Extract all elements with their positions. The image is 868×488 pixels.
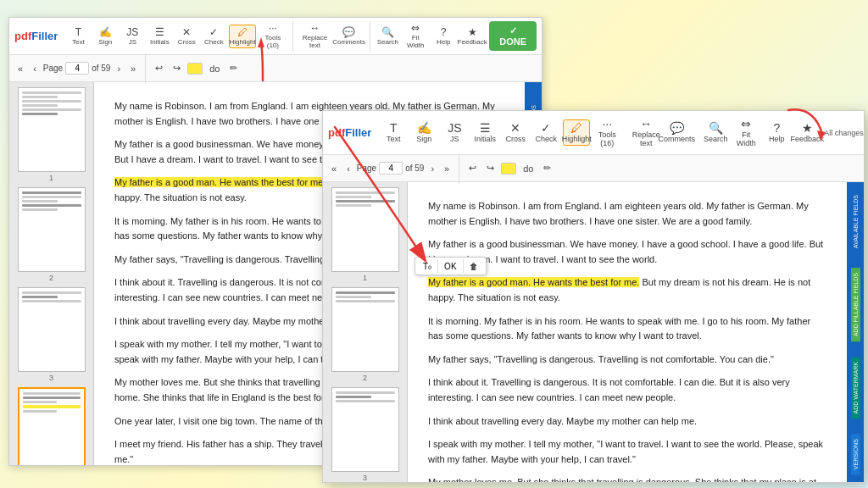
tool-cross-back[interactable]: ✕Cross	[175, 25, 198, 47]
para-2-front: My father is a good businessman. We have…	[428, 237, 826, 267]
done-button-back[interactable]: ✓ DONE	[489, 21, 537, 51]
thumb-page-4-back	[18, 387, 86, 465]
thumb-page-1-back	[18, 87, 86, 172]
para-9-front: My mother loves me. But she thinks that …	[428, 475, 826, 482]
thumb-1-front[interactable]: 1	[326, 187, 403, 282]
tool-comments-back[interactable]: 💬Comments	[334, 25, 363, 47]
tool-help-front[interactable]: ?Help	[763, 120, 790, 145]
thumb-page-3-back	[18, 287, 86, 372]
thumb-page-2-front	[331, 287, 399, 372]
tool-fitwidth-front[interactable]: ⇔Fit Width	[732, 116, 760, 149]
tool-initials-back[interactable]: ☰Initials	[147, 25, 171, 47]
highlight-front: My father is a good man. He wants the be…	[428, 277, 639, 287]
thumb-page-2-back	[18, 187, 86, 272]
tool-text-front[interactable]: TText	[380, 120, 407, 145]
tool-tools-front[interactable]: ···Tools (16)	[593, 116, 620, 149]
prev-page-front[interactable]: ‹	[343, 162, 353, 175]
tool-replace-front[interactable]: ↔Replace text	[632, 116, 659, 149]
panel-tab-versions-front[interactable]: VERSIONS	[851, 434, 860, 474]
undo-front[interactable]: ↩	[465, 161, 480, 175]
floating-mini-toolbar: T₀ OK 🗑	[415, 257, 487, 275]
redo-back[interactable]: ↪	[170, 61, 184, 75]
divider3-back	[145, 53, 146, 84]
thumb-page-1-front	[331, 187, 399, 272]
toolbar2-back: « ‹ Page of 59 › » ↩ ↪ do ✏	[9, 55, 542, 82]
tool-sign-back[interactable]: ✍Sign	[93, 25, 117, 47]
thumb-1-back[interactable]: 1	[13, 87, 90, 182]
para-7-front: I think about travelling every day. Mayb…	[428, 414, 826, 430]
prev-page-back[interactable]: ‹	[30, 62, 40, 75]
page-input-front[interactable]	[379, 162, 403, 175]
tool-sign-front[interactable]: ✍Sign	[410, 120, 437, 145]
divider3-front	[459, 153, 459, 184]
para-1-front: My name is Robinson. I am from England. …	[428, 199, 826, 229]
undo-back[interactable]: ↩	[152, 61, 166, 75]
highlight-color-back[interactable]	[187, 63, 203, 75]
para-8-front: I speak with my mother. I tell my mother…	[428, 437, 826, 467]
next-page-back[interactable]: ›	[114, 62, 124, 75]
thumb-3-back[interactable]: 3	[13, 287, 90, 382]
logo-front: pdfFiller	[328, 126, 371, 139]
tool-cross-front[interactable]: ✕Cross	[502, 120, 529, 145]
tool-js-front[interactable]: JSJS	[441, 120, 468, 145]
logo-pdf-text: pdf	[14, 30, 31, 42]
thumb-2-back[interactable]: 2	[13, 187, 90, 282]
expand-btn-back[interactable]: »	[127, 62, 139, 75]
divider2-back	[370, 21, 370, 52]
main-area-front: 1 2	[323, 182, 864, 482]
highlight-color-front[interactable]	[501, 163, 516, 175]
page-nav-back: Page of 59	[43, 62, 111, 75]
tool-initials-front[interactable]: ☰Initials	[471, 120, 498, 145]
tool-help-back[interactable]: ?Help	[431, 25, 455, 47]
thumbnails-back: 1 2	[9, 82, 94, 465]
mini-tool-delete[interactable]: 🗑	[467, 261, 481, 272]
logo-filler-text: Filler	[31, 30, 58, 42]
tool-fitwidth-back[interactable]: ⇔Fit Width	[403, 21, 428, 51]
pdf-content-front: T₀ OK 🗑 My name is Robinson. I am from E…	[408, 182, 847, 482]
panel-tab-fillable-front[interactable]: ADD FILLABLE FIELDS	[851, 268, 860, 341]
redo-front[interactable]: ↪	[483, 161, 498, 175]
page-input-back[interactable]	[65, 62, 89, 75]
panel-tab-fields-front[interactable]: AVAILABLE FIELDS	[851, 190, 860, 253]
thumbnails-front: 1 2	[323, 182, 408, 482]
thumb-page-3-front	[331, 387, 399, 472]
pencil-front[interactable]: ✏	[540, 161, 554, 175]
para-5-front: My father says, "Travelling is dangerous…	[428, 352, 826, 368]
window-front: pdfFiller TText ✍Sign JSJS ☰Initials ✕Cr…	[322, 110, 865, 483]
thumb-3-front[interactable]: 3	[326, 387, 403, 482]
tool-tools-back[interactable]: ···Tools (10)	[259, 21, 287, 51]
thumb-2-front[interactable]: 2	[326, 287, 403, 382]
zoom-front[interactable]: do	[520, 162, 537, 175]
logo-back: pdfFiller	[14, 30, 58, 42]
toolbar-back: pdfFiller TText ✍Sign JSJS ☰Initials ✕Cr…	[9, 18, 542, 55]
page-nav-front: Page of 59	[357, 162, 425, 175]
collapse-btn-back[interactable]: «	[14, 62, 26, 75]
tool-replace-back[interactable]: ↔Replace text	[299, 21, 331, 51]
panel-tab-watermark-front[interactable]: ADD WATERMARK	[851, 357, 860, 419]
tool-highlight-front[interactable]: 🖊Highlight	[563, 119, 590, 146]
tool-feedback-front[interactable]: ★Feedback	[793, 120, 821, 145]
highlight-back: My father is a good man. He wants the be…	[114, 177, 326, 187]
collapse-btn-front[interactable]: «	[328, 162, 340, 175]
expand-btn-front[interactable]: »	[441, 162, 453, 175]
tool-highlight-back[interactable]: 🖊Highlight	[229, 25, 256, 48]
tool-search-back[interactable]: 🔍Search	[376, 25, 399, 47]
para-4-front: It is morning. My father is in his room.…	[428, 314, 826, 344]
pencil-back[interactable]: ✏	[226, 61, 241, 75]
zoom-back[interactable]: do	[206, 62, 223, 75]
tool-check-front[interactable]: ✓Check	[532, 120, 559, 145]
next-page-front[interactable]: ›	[427, 162, 437, 175]
para-3-front: My father is a good man. He wants the be…	[428, 275, 826, 305]
toolbar2-front: « ‹ Page of 59 › » ↩ ↪ do ✏	[323, 155, 864, 182]
tool-comments-front[interactable]: 💬Comments	[663, 120, 690, 145]
mini-tool-ok[interactable]: OK	[442, 261, 459, 272]
mini-tool-text[interactable]: T₀	[420, 261, 434, 272]
tool-feedback-back[interactable]: ★Feedback	[459, 25, 486, 47]
tool-text-back[interactable]: TText	[66, 25, 90, 47]
para-6-front: I think about it. Travelling is dangerou…	[428, 375, 826, 405]
tool-search-front[interactable]: 🔍Search	[702, 120, 729, 145]
tool-check-back[interactable]: ✓Check	[202, 25, 225, 47]
thumb-4-back[interactable]: 4	[13, 387, 90, 465]
tool-js-back[interactable]: JSJS	[120, 25, 144, 47]
right-panel-front: AVAILABLE FIELDS ADD FILLABLE FIELDS ADD…	[847, 182, 864, 482]
